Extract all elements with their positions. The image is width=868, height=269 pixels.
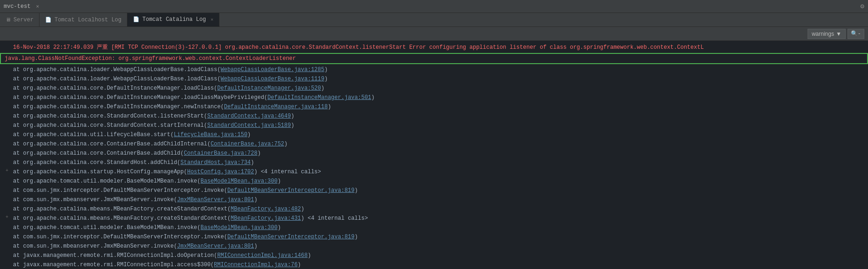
- log-text-12: at org.apache.catalina.core.ContainerBas…: [13, 149, 261, 157]
- log-line-1: 16-Nov-2018 22:17:49.039 严重 [RMI TCP Con…: [0, 43, 868, 52]
- expand-button[interactable]: +: [4, 215, 10, 220]
- expand-button[interactable]: +: [4, 168, 10, 173]
- log-line-16: at com.sun.jmx.interceptor.DefaultMBeanS…: [0, 186, 868, 195]
- stack-link[interactable]: BaseModelMBean.java:300: [200, 178, 278, 184]
- log-text-14: at org.apache.catalina.startup.HostConfi…: [13, 168, 321, 176]
- log-line-12: at org.apache.catalina.core.ContainerBas…: [0, 149, 868, 158]
- stack-link[interactable]: StandardContext.java:5189: [207, 122, 291, 129]
- log-text-21: at com.sun.jmx.interceptor.DefaultMBeanS…: [13, 233, 358, 241]
- stack-link[interactable]: DefaultMBeanServerInterceptor.java:819: [227, 187, 355, 194]
- log-line-9: at org.apache.catalina.core.StandardCont…: [0, 121, 868, 130]
- log-text-8: at org.apache.catalina.core.StandardCont…: [13, 112, 294, 120]
- stack-link[interactable]: WebappClassLoaderBase.java:1285: [220, 66, 324, 73]
- filter-dropdown[interactable]: warnings ▼: [808, 29, 846, 39]
- toolbar: warnings ▼ 🔍-: [0, 27, 868, 41]
- log-line-3: at org.apache.catalina.loader.WebappClas…: [0, 65, 868, 74]
- dropdown-arrow-icon: ▼: [836, 31, 841, 37]
- stack-link[interactable]: JmxMBeanServer.java:801: [177, 243, 254, 249]
- stack-link[interactable]: ContainerBase.java:728: [184, 150, 257, 157]
- log-container[interactable]: 16-Nov-2018 22:17:49.039 严重 [RMI TCP Con…: [0, 41, 868, 269]
- log-text-6: at org.apache.catalina.core.DefaultInsta…: [13, 93, 375, 102]
- tab-bar: 🖥 Server 📄 Tomcat Localhost Log 📄 Tomcat…: [0, 13, 868, 27]
- catalina-log-tab-label: Tomcat Catalina Log: [142, 16, 206, 23]
- log-text-15: at org.apache.tomcat.util.modeler.BaseMo…: [13, 177, 281, 185]
- stack-link[interactable]: StandardContext.java:4649: [207, 113, 291, 119]
- filter-label: warnings: [812, 31, 834, 37]
- log-line-4: at org.apache.catalina.loader.WebappClas…: [0, 74, 868, 84]
- search-button[interactable]: 🔍-: [848, 29, 864, 39]
- log-text-24: at javax.management.remote.rmi.RMIConnec…: [13, 261, 301, 269]
- log-text-1: 16-Nov-2018 22:17:49.039 严重 [RMI TCP Con…: [13, 43, 704, 52]
- localhost-log-tab-label: Tomcat Localhost Log: [54, 17, 121, 23]
- stack-link[interactable]: DefaultInstanceManager.java:520: [217, 85, 321, 92]
- log-text-3: at org.apache.catalina.loader.WebappClas…: [13, 66, 328, 74]
- search-icon: 🔍-: [851, 30, 861, 37]
- log-line-5: at org.apache.catalina.core.DefaultInsta…: [0, 84, 868, 93]
- stack-link[interactable]: RMIConnectionImpl.java:1468: [217, 252, 307, 259]
- title-bar-close-icon[interactable]: ✕: [36, 3, 40, 9]
- log-text-20: at org.apache.tomcat.util.modeler.BaseMo…: [13, 223, 281, 232]
- stack-link[interactable]: DefaultMBeanServerInterceptor.java:819: [227, 234, 355, 240]
- tab-localhost-log[interactable]: 📄 Tomcat Localhost Log: [40, 13, 127, 26]
- tab-catalina-log[interactable]: 📄 Tomcat Catalina Log ✕: [127, 13, 219, 26]
- log-line-22: at com.sun.jmx.mbeanserver.JmxMBeanServe…: [0, 242, 868, 251]
- log-text-16: at com.sun.jmx.interceptor.DefaultMBeanS…: [13, 186, 358, 195]
- exception-box: java.lang.ClassNotFoundException: org.sp…: [0, 53, 868, 64]
- log-line-7: at org.apache.catalina.core.DefaultInsta…: [0, 102, 868, 112]
- log-line-exception: java.lang.ClassNotFoundException: org.sp…: [1, 54, 867, 63]
- log-text-9: at org.apache.catalina.core.StandardCont…: [13, 121, 294, 130]
- stack-link[interactable]: DefaultInstanceManager.java:501: [267, 94, 371, 101]
- log-line-10: at org.apache.catalina.util.LifecycleBas…: [0, 130, 868, 139]
- log-text-7: at org.apache.catalina.core.DefaultInsta…: [13, 103, 331, 111]
- stack-trace: at org.apache.catalina.loader.WebappClas…: [0, 65, 868, 269]
- catalina-log-tab-close[interactable]: ✕: [211, 17, 213, 22]
- catalina-log-tab-icon: 📄: [133, 16, 139, 22]
- log-text-18: at org.apache.catalina.mbeans.MBeanFacto…: [13, 205, 305, 213]
- log-text-13: at org.apache.catalina.core.StandardHost…: [13, 158, 254, 167]
- exception-text: java.lang.ClassNotFoundException: org.sp…: [5, 54, 296, 63]
- log-line-14: + at org.apache.catalina.startup.HostCon…: [0, 167, 868, 177]
- server-tab-label: Server: [13, 17, 33, 23]
- stack-link[interactable]: MBeanFactory.java:482: [231, 206, 301, 212]
- log-line-11: at org.apache.catalina.core.ContainerBas…: [0, 139, 868, 149]
- stack-link[interactable]: StandardHost.java:734: [180, 159, 251, 166]
- log-text-22: at com.sun.jmx.mbeanserver.JmxMBeanServe…: [13, 242, 258, 250]
- stack-link[interactable]: RMIConnectionImpl.java:76: [214, 262, 298, 268]
- log-line-21: at com.sun.jmx.interceptor.DefaultMBeanS…: [0, 232, 868, 242]
- log-line-13: at org.apache.catalina.core.StandardHost…: [0, 158, 868, 167]
- log-line-18: at org.apache.catalina.mbeans.MBeanFacto…: [0, 204, 868, 214]
- stack-link[interactable]: LifecycleBase.java:150: [174, 131, 247, 138]
- log-line-24: at javax.management.remote.rmi.RMIConnec…: [0, 260, 868, 269]
- log-line-17: at com.sun.jmx.mbeanserver.JmxMBeanServe…: [0, 195, 868, 204]
- log-text-4: at org.apache.catalina.loader.WebappClas…: [13, 75, 328, 83]
- gear-icon[interactable]: ⚙: [861, 2, 864, 10]
- log-text-19: at org.apache.catalina.mbeans.MBeanFacto…: [13, 214, 368, 223]
- stack-link[interactable]: MBeanFactory.java:431: [231, 215, 301, 222]
- stack-link[interactable]: HostConfig.java:1702: [187, 169, 254, 175]
- title-bar: mvc-test ✕ ⚙: [0, 0, 868, 13]
- stack-link[interactable]: JmxMBeanServer.java:801: [177, 197, 254, 203]
- log-line-8: at org.apache.catalina.core.StandardCont…: [0, 112, 868, 121]
- log-text-11: at org.apache.catalina.core.ContainerBas…: [13, 140, 288, 148]
- stack-link[interactable]: ContainerBase.java:752: [211, 141, 284, 147]
- stack-link[interactable]: BaseModelMBean.java:300: [200, 224, 278, 231]
- stack-link[interactable]: WebappClassLoaderBase.java:1119: [220, 76, 324, 82]
- tab-server[interactable]: 🖥 Server: [0, 13, 40, 26]
- stack-link[interactable]: DefaultInstanceManager.java:118: [224, 104, 328, 110]
- log-line-19: + at org.apache.catalina.mbeans.MBeanFac…: [0, 214, 868, 223]
- log-text-23: at javax.management.remote.rmi.RMIConnec…: [13, 251, 311, 260]
- log-text-10: at org.apache.catalina.util.LifecycleBas…: [13, 131, 251, 139]
- server-tab-icon: 🖥: [6, 17, 11, 23]
- log-line-15: at org.apache.tomcat.util.modeler.BaseMo…: [0, 177, 868, 186]
- log-line-6: at org.apache.catalina.core.DefaultInsta…: [0, 93, 868, 102]
- log-line-20: at org.apache.tomcat.util.modeler.BaseMo…: [0, 223, 868, 232]
- log-text-17: at com.sun.jmx.mbeanserver.JmxMBeanServe…: [13, 196, 258, 204]
- title-bar-title: mvc-test: [4, 3, 31, 10]
- log-line-23: at javax.management.remote.rmi.RMIConnec…: [0, 251, 868, 260]
- log-text-5: at org.apache.catalina.core.DefaultInsta…: [13, 84, 325, 92]
- localhost-log-tab-icon: 📄: [45, 17, 52, 23]
